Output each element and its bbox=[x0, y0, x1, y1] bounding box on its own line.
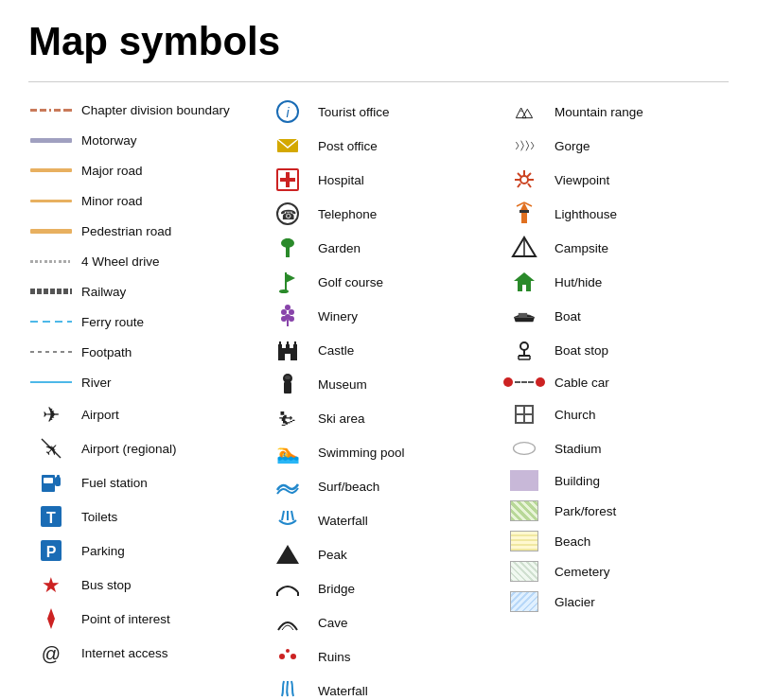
list-item: Bridge bbox=[265, 572, 492, 604]
list-item: Point of interest bbox=[28, 603, 255, 635]
column-3: Mountain range Gorge bbox=[502, 96, 729, 700]
svg-rect-35 bbox=[278, 344, 282, 352]
list-item: T Toilets bbox=[28, 500, 255, 533]
list-item: Beach bbox=[502, 527, 729, 555]
svg-rect-6 bbox=[57, 475, 60, 480]
svg-rect-41 bbox=[285, 354, 290, 360]
post-office-label: Post office bbox=[318, 139, 378, 153]
column-1: Chapter division boundary Motorway Major… bbox=[28, 96, 255, 700]
list-item: Viewpoint bbox=[502, 164, 729, 196]
golf-course-label: Golf course bbox=[318, 275, 383, 289]
museum-label: Museum bbox=[318, 377, 367, 392]
river-label: River bbox=[81, 376, 112, 390]
parking-icon: P bbox=[28, 537, 74, 564]
railway-icon bbox=[28, 289, 74, 294]
peak-label: Peak bbox=[318, 548, 347, 562]
major-road-label: Major road bbox=[81, 164, 143, 178]
boat-icon bbox=[502, 303, 547, 329]
waterfall-label: Waterfall bbox=[318, 514, 368, 528]
svg-rect-43 bbox=[284, 382, 291, 394]
fuel-station-icon bbox=[28, 469, 74, 496]
ski-area-icon: ⛷ bbox=[265, 405, 310, 431]
viewpoint-icon bbox=[502, 166, 547, 193]
svg-text:@: @ bbox=[42, 643, 61, 664]
svg-line-64 bbox=[518, 184, 520, 187]
svg-text:P: P bbox=[46, 544, 57, 560]
svg-point-31 bbox=[281, 316, 287, 322]
museum-icon bbox=[265, 371, 310, 397]
list-item: ✈ Airport (regional) bbox=[28, 432, 255, 464]
title-divider bbox=[28, 81, 729, 82]
church-label: Church bbox=[555, 408, 596, 422]
mountain-range-icon bbox=[502, 98, 547, 125]
list-item: Railway bbox=[28, 277, 255, 306]
svg-line-65 bbox=[528, 184, 531, 187]
page-title: Map symbols bbox=[28, 19, 729, 64]
surf-beach-label: Surf/beach bbox=[318, 480, 379, 494]
svg-point-28 bbox=[289, 309, 294, 315]
svg-rect-40 bbox=[294, 341, 296, 345]
park-forest-label: Park/forest bbox=[555, 504, 616, 518]
fuel-station-label: Fuel station bbox=[81, 476, 148, 490]
svg-line-49 bbox=[291, 511, 293, 520]
point-of-interest-label: Point of interest bbox=[81, 612, 170, 626]
boat-label: Boat bbox=[555, 309, 581, 324]
boat-stop-label: Boat stop bbox=[555, 343, 608, 358]
hospital-icon bbox=[265, 166, 310, 193]
ferry-route-label: Ferry route bbox=[81, 315, 144, 329]
castle-icon bbox=[265, 337, 310, 363]
church-icon bbox=[502, 401, 547, 428]
minor-road-label: Minor road bbox=[81, 194, 143, 208]
legend-columns: Chapter division boundary Motorway Major… bbox=[28, 96, 729, 700]
cemetery-label: Cemetery bbox=[555, 565, 610, 579]
gorge-label: Gorge bbox=[555, 139, 590, 153]
cave-icon bbox=[265, 609, 310, 636]
svg-point-26 bbox=[279, 289, 289, 293]
list-item: ⛷ Ski area bbox=[265, 402, 492, 434]
footpath-label: Footpath bbox=[81, 345, 132, 359]
svg-point-44 bbox=[285, 376, 290, 379]
4wd-label: 4 Wheel drive bbox=[81, 254, 160, 269]
building-icon bbox=[502, 470, 547, 491]
svg-marker-25 bbox=[286, 273, 295, 283]
list-item: 4 Wheel drive bbox=[28, 247, 255, 275]
boat-stop-icon bbox=[502, 337, 547, 363]
lighthouse-icon bbox=[502, 201, 547, 227]
list-item: Museum bbox=[265, 368, 492, 400]
list-item: Boat stop bbox=[502, 334, 729, 366]
minor-road-icon bbox=[28, 200, 74, 202]
gorge-icon bbox=[502, 132, 547, 159]
list-item: Park/forest bbox=[502, 497, 729, 525]
svg-marker-56 bbox=[516, 108, 526, 118]
motorway-icon bbox=[28, 138, 74, 143]
list-item: Winery bbox=[265, 300, 492, 332]
waterfall2-icon bbox=[265, 677, 310, 700]
ferry-route-icon bbox=[28, 321, 74, 323]
lighthouse-label: Lighthouse bbox=[555, 207, 617, 221]
parking-label: Parking bbox=[81, 544, 125, 558]
pedestrian-road-label: Pedestrian road bbox=[81, 224, 171, 238]
svg-text:✈: ✈ bbox=[43, 403, 60, 427]
list-item: Church bbox=[502, 398, 729, 430]
list-item: Golf course bbox=[265, 266, 492, 298]
cable-car-icon bbox=[502, 377, 547, 387]
list-item: Mountain range bbox=[502, 96, 729, 128]
ruins-icon bbox=[265, 643, 310, 670]
cable-car-label: Cable car bbox=[555, 376, 609, 390]
stadium-icon bbox=[502, 435, 547, 462]
chapter-boundary-label: Chapter division boundary bbox=[81, 103, 230, 117]
svg-marker-12 bbox=[47, 608, 55, 629]
svg-marker-74 bbox=[514, 272, 535, 281]
internet-access-icon: @ bbox=[28, 639, 74, 666]
svg-point-23 bbox=[281, 238, 294, 248]
svg-rect-76 bbox=[522, 285, 526, 291]
railway-label: Railway bbox=[81, 285, 126, 299]
svg-rect-69 bbox=[519, 210, 529, 213]
campsite-icon bbox=[502, 235, 547, 261]
list-item: Stadium bbox=[502, 432, 729, 464]
castle-label: Castle bbox=[318, 343, 354, 358]
tourist-office-label: Tourist office bbox=[318, 105, 390, 119]
list-item: 🏊 Swimming pool bbox=[265, 436, 492, 468]
toilets-icon: T bbox=[28, 503, 74, 530]
campsite-label: Campsite bbox=[555, 241, 608, 255]
